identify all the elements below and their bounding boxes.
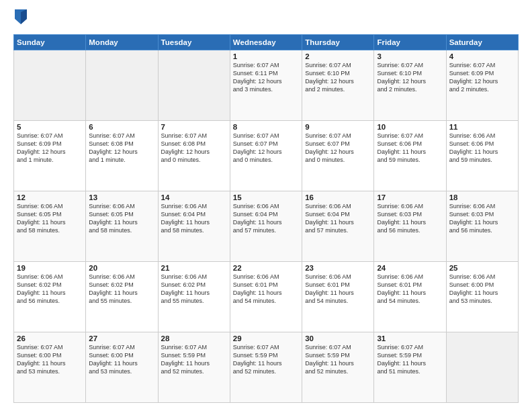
day-info: Sunrise: 6:07 AM Sunset: 6:08 PM Dayligh… bbox=[161, 132, 227, 165]
day-number: 24 bbox=[377, 264, 443, 272]
day-of-week-saturday: Saturday bbox=[446, 34, 518, 50]
day-number: 18 bbox=[449, 193, 515, 201]
day-number: 25 bbox=[449, 264, 515, 272]
calendar-cell: 13Sunrise: 6:06 AM Sunset: 6:05 PM Dayli… bbox=[86, 191, 158, 261]
calendar-cell: 2Sunrise: 6:07 AM Sunset: 6:10 PM Daylig… bbox=[302, 50, 374, 120]
day-of-week-sunday: Sunday bbox=[14, 34, 86, 50]
calendar-cell: 30Sunrise: 6:07 AM Sunset: 5:59 PM Dayli… bbox=[302, 332, 374, 402]
day-info: Sunrise: 6:07 AM Sunset: 6:00 PM Dayligh… bbox=[89, 343, 154, 376]
day-number: 3 bbox=[377, 52, 443, 60]
calendar-cell: 1Sunrise: 6:07 AM Sunset: 6:11 PM Daylig… bbox=[230, 50, 302, 120]
day-info: Sunrise: 6:06 AM Sunset: 6:01 PM Dayligh… bbox=[305, 273, 371, 306]
calendar-cell bbox=[158, 50, 230, 120]
day-info: Sunrise: 6:06 AM Sunset: 6:05 PM Dayligh… bbox=[89, 202, 154, 235]
calendar-cell: 21Sunrise: 6:06 AM Sunset: 6:02 PM Dayli… bbox=[158, 261, 230, 332]
day-number: 27 bbox=[89, 334, 154, 342]
day-number: 28 bbox=[161, 334, 227, 342]
day-info: Sunrise: 6:06 AM Sunset: 6:00 PM Dayligh… bbox=[449, 273, 515, 306]
calendar-cell bbox=[86, 50, 158, 120]
calendar-cell: 14Sunrise: 6:06 AM Sunset: 6:04 PM Dayli… bbox=[158, 191, 230, 261]
day-info: Sunrise: 6:06 AM Sunset: 6:04 PM Dayligh… bbox=[161, 202, 227, 235]
calendar-cell: 19Sunrise: 6:06 AM Sunset: 6:02 PM Dayli… bbox=[14, 261, 86, 332]
day-number: 22 bbox=[233, 264, 299, 272]
day-info: Sunrise: 6:06 AM Sunset: 6:01 PM Dayligh… bbox=[377, 273, 443, 306]
calendar-cell: 28Sunrise: 6:07 AM Sunset: 5:59 PM Dayli… bbox=[158, 332, 230, 402]
day-info: Sunrise: 6:07 AM Sunset: 6:11 PM Dayligh… bbox=[233, 61, 299, 94]
day-number: 12 bbox=[17, 193, 83, 201]
calendar-cell: 26Sunrise: 6:07 AM Sunset: 6:00 PM Dayli… bbox=[14, 332, 86, 402]
day-number: 16 bbox=[305, 193, 371, 201]
day-info: Sunrise: 6:06 AM Sunset: 6:01 PM Dayligh… bbox=[233, 273, 299, 306]
calendar-cell: 3Sunrise: 6:07 AM Sunset: 6:10 PM Daylig… bbox=[374, 50, 446, 120]
calendar-cell: 12Sunrise: 6:06 AM Sunset: 6:05 PM Dayli… bbox=[14, 191, 86, 261]
day-info: Sunrise: 6:06 AM Sunset: 6:02 PM Dayligh… bbox=[17, 273, 83, 306]
calendar-cell: 16Sunrise: 6:06 AM Sunset: 6:04 PM Dayli… bbox=[302, 191, 374, 261]
day-info: Sunrise: 6:07 AM Sunset: 6:08 PM Dayligh… bbox=[89, 132, 154, 165]
day-number: 14 bbox=[161, 193, 227, 201]
day-number: 26 bbox=[17, 334, 83, 342]
day-info: Sunrise: 6:07 AM Sunset: 6:10 PM Dayligh… bbox=[305, 61, 371, 94]
day-info: Sunrise: 6:06 AM Sunset: 6:02 PM Dayligh… bbox=[161, 273, 227, 306]
day-info: Sunrise: 6:07 AM Sunset: 6:07 PM Dayligh… bbox=[233, 132, 299, 165]
day-info: Sunrise: 6:06 AM Sunset: 6:04 PM Dayligh… bbox=[233, 202, 299, 235]
day-info: Sunrise: 6:06 AM Sunset: 6:03 PM Dayligh… bbox=[377, 202, 443, 235]
calendar-cell: 24Sunrise: 6:06 AM Sunset: 6:01 PM Dayli… bbox=[374, 261, 446, 332]
day-info: Sunrise: 6:07 AM Sunset: 6:06 PM Dayligh… bbox=[377, 132, 443, 165]
day-number: 10 bbox=[377, 123, 443, 131]
calendar-cell: 9Sunrise: 6:07 AM Sunset: 6:07 PM Daylig… bbox=[302, 120, 374, 191]
day-info: Sunrise: 6:06 AM Sunset: 6:05 PM Dayligh… bbox=[17, 202, 83, 235]
calendar-cell: 6Sunrise: 6:07 AM Sunset: 6:08 PM Daylig… bbox=[86, 120, 158, 191]
day-number: 7 bbox=[161, 123, 227, 131]
day-number: 15 bbox=[233, 193, 299, 201]
day-number: 20 bbox=[89, 264, 154, 272]
calendar-cell: 18Sunrise: 6:06 AM Sunset: 6:03 PM Dayli… bbox=[446, 191, 518, 261]
page: SundayMondayTuesdayWednesdayThursdayFrid… bbox=[0, 0, 532, 411]
logo bbox=[13, 11, 27, 28]
day-info: Sunrise: 6:07 AM Sunset: 5:59 PM Dayligh… bbox=[161, 343, 227, 376]
day-number: 17 bbox=[377, 193, 443, 201]
day-number: 1 bbox=[233, 52, 299, 60]
day-of-week-monday: Monday bbox=[86, 34, 158, 50]
day-info: Sunrise: 6:07 AM Sunset: 6:07 PM Dayligh… bbox=[305, 132, 371, 165]
calendar-cell: 25Sunrise: 6:06 AM Sunset: 6:00 PM Dayli… bbox=[446, 261, 518, 332]
day-info: Sunrise: 6:07 AM Sunset: 6:09 PM Dayligh… bbox=[17, 132, 83, 165]
calendar-week-3: 12Sunrise: 6:06 AM Sunset: 6:05 PM Dayli… bbox=[14, 191, 519, 261]
calendar-cell: 8Sunrise: 6:07 AM Sunset: 6:07 PM Daylig… bbox=[230, 120, 302, 191]
day-info: Sunrise: 6:06 AM Sunset: 6:03 PM Dayligh… bbox=[449, 202, 515, 235]
day-number: 8 bbox=[233, 123, 299, 131]
day-info: Sunrise: 6:07 AM Sunset: 6:09 PM Dayligh… bbox=[449, 61, 515, 94]
calendar-header-row: SundayMondayTuesdayWednesdayThursdayFrid… bbox=[14, 34, 519, 50]
calendar-cell: 10Sunrise: 6:07 AM Sunset: 6:06 PM Dayli… bbox=[374, 120, 446, 191]
day-number: 6 bbox=[89, 123, 154, 131]
day-number: 23 bbox=[305, 264, 371, 272]
day-info: Sunrise: 6:07 AM Sunset: 6:10 PM Dayligh… bbox=[377, 61, 443, 94]
calendar-cell: 20Sunrise: 6:06 AM Sunset: 6:02 PM Dayli… bbox=[86, 261, 158, 332]
day-info: Sunrise: 6:06 AM Sunset: 6:02 PM Dayligh… bbox=[89, 273, 154, 306]
calendar-cell: 15Sunrise: 6:06 AM Sunset: 6:04 PM Dayli… bbox=[230, 191, 302, 261]
day-info: Sunrise: 6:07 AM Sunset: 5:59 PM Dayligh… bbox=[305, 343, 371, 376]
calendar-week-4: 19Sunrise: 6:06 AM Sunset: 6:02 PM Dayli… bbox=[14, 261, 519, 332]
calendar-week-2: 5Sunrise: 6:07 AM Sunset: 6:09 PM Daylig… bbox=[14, 120, 519, 191]
day-info: Sunrise: 6:06 AM Sunset: 6:04 PM Dayligh… bbox=[305, 202, 371, 235]
calendar-cell: 5Sunrise: 6:07 AM Sunset: 6:09 PM Daylig… bbox=[14, 120, 86, 191]
day-of-week-tuesday: Tuesday bbox=[158, 34, 230, 50]
day-number: 31 bbox=[377, 334, 443, 342]
calendar-week-5: 26Sunrise: 6:07 AM Sunset: 6:00 PM Dayli… bbox=[14, 332, 519, 402]
day-info: Sunrise: 6:07 AM Sunset: 5:59 PM Dayligh… bbox=[233, 343, 299, 376]
day-number: 21 bbox=[161, 264, 227, 272]
header bbox=[13, 11, 519, 28]
day-number: 30 bbox=[305, 334, 371, 342]
calendar-week-1: 1Sunrise: 6:07 AM Sunset: 6:11 PM Daylig… bbox=[14, 50, 519, 120]
calendar-cell: 22Sunrise: 6:06 AM Sunset: 6:01 PM Dayli… bbox=[230, 261, 302, 332]
calendar-cell: 29Sunrise: 6:07 AM Sunset: 5:59 PM Dayli… bbox=[230, 332, 302, 402]
calendar-cell: 31Sunrise: 6:07 AM Sunset: 5:59 PM Dayli… bbox=[374, 332, 446, 402]
calendar-cell bbox=[446, 332, 518, 402]
day-number: 9 bbox=[305, 123, 371, 131]
calendar-cell: 23Sunrise: 6:06 AM Sunset: 6:01 PM Dayli… bbox=[302, 261, 374, 332]
day-of-week-wednesday: Wednesday bbox=[230, 34, 302, 50]
day-number: 2 bbox=[305, 52, 371, 60]
calendar-table: SundayMondayTuesdayWednesdayThursdayFrid… bbox=[13, 34, 519, 403]
day-of-week-friday: Friday bbox=[374, 34, 446, 50]
day-number: 4 bbox=[449, 52, 515, 60]
day-of-week-thursday: Thursday bbox=[302, 34, 374, 50]
